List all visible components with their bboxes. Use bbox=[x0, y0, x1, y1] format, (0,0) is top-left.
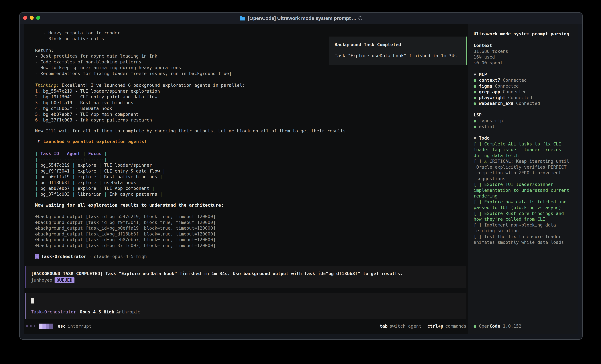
text-segment: background_output bbox=[38, 231, 86, 237]
text-segment: ⚙ bbox=[35, 220, 38, 225]
spinner-dot bbox=[34, 325, 35, 327]
text-segment: background_output bbox=[38, 220, 86, 225]
agent-model: claude-opus-4-5-high bbox=[94, 254, 147, 259]
text-segment: loader lag issue - loader freezes bbox=[474, 147, 561, 152]
text-segment: [ ] Explore Rust core bindings and bbox=[474, 211, 564, 216]
terminal-line: ▼ Todo bbox=[474, 135, 569, 141]
text-segment: TUI App component bbox=[104, 186, 149, 191]
notification-body: Task "Explore useData hook" finished in … bbox=[335, 53, 459, 59]
text-segment: Connected bbox=[505, 95, 532, 100]
thinking-block: Thinking: Excellent! I've launched 6 bac… bbox=[28, 82, 245, 123]
text-segment: Connected bbox=[492, 84, 519, 88]
prompt-input-box[interactable]: Task-OrchestratorOpus 4.5 HighAnthropic bbox=[25, 293, 466, 319]
text-segment: | bbox=[70, 174, 78, 179]
background-task-message: [BACKGROUND TASK COMPLETED] Task "Explor… bbox=[25, 266, 466, 288]
text-segment: ● bbox=[474, 89, 479, 94]
text-segment: passed to TUI (blocking vs async) bbox=[474, 205, 561, 210]
terminal-line: ● context7 Connected bbox=[474, 77, 569, 83]
terminal-line: - How to keep spinner animating during h… bbox=[35, 65, 231, 71]
terminal-line: loader lag issue - loader freezes bbox=[474, 147, 569, 153]
text-segment: bg_b0effa19 - Rust native bindings bbox=[43, 100, 133, 105]
text-segment: | bbox=[70, 192, 78, 197]
text-segment: Todo bbox=[479, 135, 490, 141]
text-segment: ⚙ bbox=[35, 237, 38, 242]
text-segment: | bbox=[149, 186, 155, 191]
terminal-line: ● OpenCode 1.0.152 bbox=[474, 323, 521, 329]
text-segment: - Code examples of non-blocking patterns bbox=[35, 59, 141, 64]
text-segment: [ ] Implement non-blocking data bbox=[474, 222, 556, 228]
tab-key-hint: tab bbox=[380, 324, 388, 329]
terminal-line: suggestions bbox=[474, 176, 569, 182]
window-title-group: [OpenCode] Ultrawork mode system prompt … bbox=[240, 16, 362, 21]
text-segment: fetching solution bbox=[474, 228, 519, 233]
text-segment: ⚙ bbox=[35, 214, 38, 219]
text-segment: during data fetch bbox=[474, 153, 519, 158]
desktop: { "glyphs": {"bullet": "●", "triangle": … bbox=[0, 0, 601, 364]
text-segment: context7 bbox=[479, 78, 500, 83]
terminal-line: | bg_5547c219 | explore | TUI loader/spi… bbox=[35, 162, 165, 168]
text-segment: | bbox=[35, 174, 40, 179]
text-segment: ⚙ bbox=[35, 226, 38, 230]
text-segment: [task_id=bg_37f1c003, block=true, timeou… bbox=[86, 243, 216, 248]
text-segment: ● bbox=[474, 118, 479, 123]
text-segment: ▼ bbox=[474, 135, 479, 141]
text-segment: bg_eb87ebb7 bbox=[40, 186, 70, 191]
terminal-line: fetching solution bbox=[474, 228, 569, 234]
announcement-line: Launched 6 parallel exploration agents! bbox=[35, 139, 147, 144]
text-segment: background_output bbox=[38, 226, 86, 230]
terminal-line: [ ] Explore TUI loader/spinner bbox=[474, 182, 569, 187]
terminal-line: ⚙background_output [task_id=bg_37f1c003,… bbox=[35, 243, 216, 249]
text-segment: Connected bbox=[500, 78, 527, 83]
text-segment: | bbox=[101, 192, 110, 197]
text-segment: | bbox=[35, 186, 40, 191]
terminal-line: | bg_f9ff3041 | explore | CLI entry & da… bbox=[35, 168, 165, 174]
text-segment: 31,686 tokens bbox=[474, 49, 508, 54]
terminal-line: Oracle explicitly verifies PERFECT bbox=[474, 164, 569, 170]
text-segment: [task_id=bg_b0effa19, block=true, timeou… bbox=[86, 226, 216, 230]
sidebar: Ultrawork mode system prompt parsingCont… bbox=[468, 24, 578, 334]
text-segment: - How to keep spinner animating during h… bbox=[35, 65, 181, 70]
terminal-line: - Blocking native calls bbox=[35, 36, 231, 42]
text-segment: CLI entry & data flow bbox=[104, 168, 160, 173]
terminal-line: 3. bg_b0effa19 - Rust native bindings bbox=[35, 100, 245, 106]
text-segment: Return: bbox=[35, 48, 54, 53]
terminal-line: ● playwright Connected bbox=[474, 95, 569, 101]
terminal-line: [ ] Complete ALL tasks to fix CLI bbox=[474, 141, 569, 147]
spinner-gradient bbox=[39, 324, 53, 329]
notification-title: Background Task Completed bbox=[335, 42, 401, 48]
close-button[interactable] bbox=[23, 16, 27, 20]
terminal-line bbox=[474, 37, 569, 43]
terminal-line: [ ] Test the fix to ensure loader bbox=[474, 234, 569, 239]
text-segment: bg_b0effa19 bbox=[40, 174, 70, 179]
ctrlp-key-hint: ctrl+p bbox=[427, 324, 443, 329]
text-segment: | bbox=[101, 151, 107, 156]
tool-call-list: ⚙background_output [task_id=bg_5547c219,… bbox=[35, 214, 216, 248]
minimize-button[interactable] bbox=[30, 16, 34, 20]
text-segment: Oracle explicitly verifies PERFECT bbox=[474, 164, 567, 170]
text-segment: | bbox=[70, 186, 78, 191]
text-segment: implementation to understand current bbox=[474, 188, 569, 193]
terminal-line bbox=[474, 129, 569, 135]
terminal-line: Now I'll wait for all of them to complet… bbox=[35, 128, 348, 134]
zoom-button[interactable] bbox=[36, 16, 40, 20]
text-segment: | bbox=[35, 180, 40, 185]
terminal-line: 5. bg_eb87ebb7 - TUI App main component bbox=[35, 111, 245, 117]
terminal-line: | bg_eb87ebb7 | explore | TUI App compon… bbox=[35, 185, 165, 191]
text-segment: CRITICAL: Keep iterating until bbox=[487, 159, 569, 164]
title-bar: [OpenCode] Ultrawork mode system prompt … bbox=[20, 13, 582, 24]
terminal-line: completion with ZERO improvement bbox=[474, 170, 569, 176]
terminal-line: ⚙background_output [task_id=bg_f9ff3041,… bbox=[35, 220, 216, 225]
separator-dot: · bbox=[89, 254, 91, 259]
terminal-line: ● grep_app Connected bbox=[474, 89, 569, 95]
text-segment: 16% used bbox=[474, 55, 495, 59]
text-segment: [ ] Test the fix to ensure loader bbox=[474, 234, 561, 239]
text-segment: $0.00 spent bbox=[474, 60, 503, 65]
text-segment: explore bbox=[78, 168, 96, 173]
text-segment: [ ] bbox=[474, 159, 484, 164]
text-segment: 1. bbox=[35, 88, 43, 94]
text-segment: Ink async patterns bbox=[110, 192, 157, 197]
terminal-line: ⚙background_output [task_id=bg_5547c219,… bbox=[35, 214, 216, 220]
text-segment: useData hook bbox=[104, 180, 136, 185]
text-segment: 1.0.152 bbox=[500, 324, 521, 329]
announcement-text: Launched 6 parallel exploration agents! bbox=[43, 139, 147, 144]
